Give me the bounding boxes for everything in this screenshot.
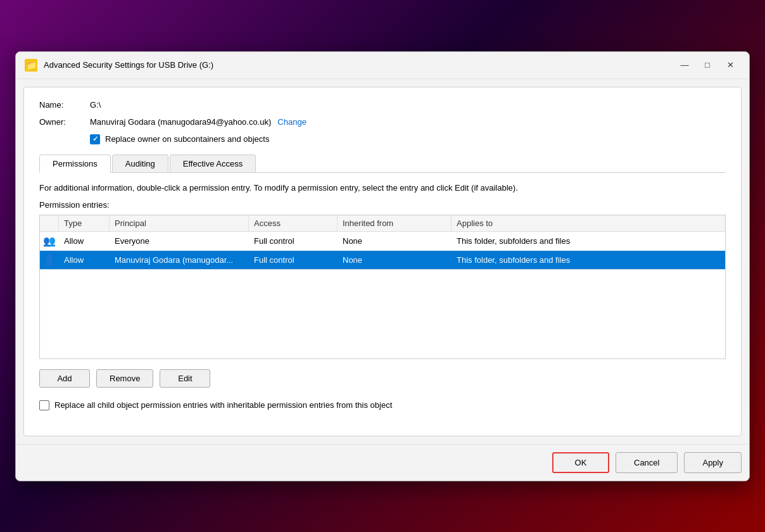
row1-inherited: None (338, 234, 452, 248)
replace-owner-label: Replace owner on subcontainers and objec… (105, 134, 269, 144)
action-buttons: Add Remove Edit (39, 369, 726, 388)
replace-owner-row: Replace owner on subcontainers and objec… (90, 134, 726, 144)
apply-button[interactable]: Apply (684, 452, 742, 473)
window-title: Advanced Security Settings for USB Drive… (44, 60, 668, 70)
window-icon: 📁 (25, 59, 37, 72)
table-header: Type Principal Access Inherited from App… (40, 215, 725, 232)
table-row[interactable]: 👤 Allow Manuviraj Godara (manugodar... F… (40, 251, 725, 270)
name-row: Name: G:\ (39, 100, 726, 110)
replace-owner-checkbox[interactable] (90, 134, 100, 144)
tab-auditing[interactable]: Auditing (112, 155, 168, 172)
edit-button[interactable]: Edit (160, 369, 210, 388)
maximize-button[interactable]: □ (697, 58, 718, 72)
add-button[interactable]: Add (39, 369, 90, 388)
owner-value: Manuviraj Godara (manugodara94@yahoo.co.… (90, 117, 271, 127)
owner-label: Owner: (39, 117, 90, 127)
row1-applies: This folder, subfolders and files (452, 234, 725, 248)
row1-type: Allow (59, 234, 110, 248)
replace-child-label: Replace all child object permission entr… (54, 400, 392, 410)
row2-icon: 👤 (40, 251, 59, 269)
col-access-header: Access (249, 215, 338, 231)
name-label: Name: (39, 100, 90, 110)
row2-principal: Manuviraj Godara (manugodar... (110, 253, 249, 267)
replace-child-row: Replace all child object permission entr… (39, 400, 726, 410)
col-type-header: Type (59, 215, 110, 231)
title-bar: 📁 Advanced Security Settings for USB Dri… (16, 52, 749, 79)
row2-access: Full control (249, 253, 338, 267)
remove-button[interactable]: Remove (96, 369, 153, 388)
row1-principal: Everyone (110, 234, 249, 248)
close-button[interactable]: ✕ (720, 58, 740, 72)
change-link[interactable]: Change (277, 117, 307, 127)
entries-label: Permission entries: (39, 200, 726, 210)
col-principal-header: Principal (110, 215, 249, 231)
replace-child-checkbox[interactable] (39, 400, 49, 410)
people-icon: 👥 (43, 235, 56, 247)
info-text: For additional information, double-click… (39, 183, 726, 193)
footer: OK Cancel Apply (16, 444, 749, 481)
name-value: G:\ (90, 100, 101, 110)
tab-effective-access[interactable]: Effective Access (170, 155, 256, 172)
ok-button[interactable]: OK (552, 452, 609, 473)
title-bar-controls: — □ ✕ (674, 58, 740, 72)
tab-permissions[interactable]: Permissions (39, 155, 111, 173)
row1-icon: 👥 (40, 232, 59, 250)
permission-table: Type Principal Access Inherited from App… (39, 215, 726, 359)
row2-applies: This folder, subfolders and files (452, 253, 725, 267)
row2-inherited: None (338, 253, 452, 267)
tabs-container: Permissions Auditing Effective Access (39, 155, 726, 173)
col-applies-header: Applies to (452, 215, 725, 231)
person-icon: 👤 (43, 254, 56, 266)
minimize-button[interactable]: — (674, 58, 695, 72)
col-inherited-header: Inherited from (338, 215, 452, 231)
col-icon-header (40, 215, 59, 231)
row2-type: Allow (59, 253, 110, 267)
row1-access: Full control (249, 234, 338, 248)
content-area: Name: G:\ Owner: Manuviraj Godara (manug… (23, 87, 742, 436)
table-body: 👥 Allow Everyone Full control None This … (40, 232, 725, 358)
cancel-button[interactable]: Cancel (616, 452, 678, 473)
main-window: 📁 Advanced Security Settings for USB Dri… (15, 51, 750, 481)
table-row[interactable]: 👥 Allow Everyone Full control None This … (40, 232, 725, 251)
owner-row: Owner: Manuviraj Godara (manugodara94@ya… (39, 117, 726, 127)
